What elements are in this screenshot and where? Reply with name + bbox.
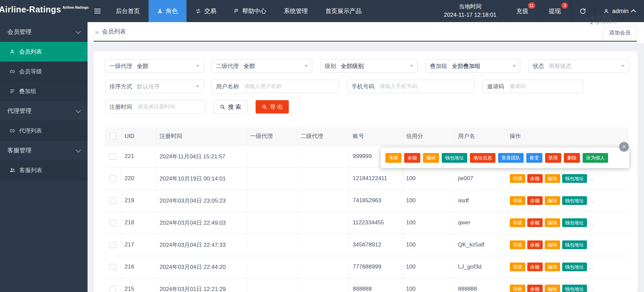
sidebar-item-agent-list[interactable]: 代理列表 — [0, 121, 88, 141]
wallet-address-button[interactable]: 钱包地址 — [562, 174, 587, 183]
filter-label: 叠加组 — [430, 62, 447, 70]
row-checkbox[interactable] — [110, 198, 116, 204]
wallet-address-button[interactable]: 钱包地址 — [562, 285, 587, 292]
cell-uid: 216 — [121, 256, 156, 278]
username-input[interactable] — [244, 83, 335, 90]
sidebar-item-member-list[interactable]: 会员列表 — [0, 42, 88, 62]
more-actions[interactable]: ... — [590, 198, 594, 203]
user-menu[interactable]: admin — [594, 0, 644, 22]
level-button[interactable]: 等级 — [510, 174, 525, 183]
filter-label: 排序方式 — [109, 83, 132, 90]
set-fake-user-button[interactable]: 设为假人 — [583, 153, 608, 163]
level-button[interactable]: 等级 — [385, 153, 401, 163]
menu-item-transactions[interactable]: 交易 — [186, 0, 225, 22]
more-actions[interactable]: ... — [590, 220, 594, 225]
header-agent2: 二级代理 — [297, 127, 349, 145]
invite-code-input[interactable] — [509, 83, 579, 90]
balance-button[interactable]: 余额 — [527, 285, 543, 292]
row-checkbox[interactable] — [110, 286, 116, 292]
menu-item-help-center[interactable]: 帮助中心 — [225, 0, 275, 22]
cell-username: qwer — [454, 212, 506, 234]
breadcrumb-bar: » 会员列表 添加会员 — [88, 22, 644, 43]
balance-button[interactable]: 余额 — [527, 174, 543, 183]
edit-button[interactable]: 编辑 — [545, 196, 560, 205]
disable-button[interactable]: 禁用 — [545, 153, 561, 163]
export-button[interactable]: 导 出 — [256, 100, 289, 114]
menu-item-dashboard[interactable]: 后台首页 — [107, 0, 149, 22]
edit-button[interactable]: 编辑 — [545, 263, 560, 272]
menu-item-home-products[interactable]: 首页展示产品 — [317, 0, 370, 22]
divider-line — [94, 41, 637, 42]
delete-button[interactable]: 删除 — [564, 153, 580, 163]
edit-button[interactable]: 编辑 — [545, 240, 560, 249]
more-actions[interactable]: ... — [590, 264, 594, 270]
filter-stack-group-select[interactable]: 叠加组 全部叠加组 — [426, 59, 520, 73]
filter-row-3: 注册时间 搜 索 导 出 — [105, 100, 289, 114]
select-all-checkbox[interactable] — [110, 133, 116, 139]
cell-agent2 — [297, 190, 349, 212]
menu-item-roles[interactable]: 角色 — [149, 0, 186, 22]
search-button-label: 搜 索 — [228, 103, 241, 111]
account-change-button[interactable]: 账变 — [526, 153, 542, 163]
wallet-address-button[interactable]: 钱包地址 — [562, 196, 587, 205]
register-time-input[interactable] — [137, 103, 201, 110]
filter-status-select[interactable]: 状态 所有状态 — [528, 59, 629, 73]
wallet-address-button[interactable]: 钱包地址 — [562, 240, 587, 249]
chevron-up-icon — [631, 9, 636, 15]
row-checkbox[interactable] — [110, 220, 116, 226]
more-actions[interactable]: ... — [590, 242, 594, 247]
filter-sort-select[interactable]: 排序方式 默认排序 — [105, 80, 204, 93]
row-checkbox[interactable] — [110, 242, 116, 248]
balance-button[interactable]: 余额 — [527, 196, 543, 205]
sidebar-group-service-management[interactable]: 客服管理 — [0, 141, 88, 160]
sidebar-item-stack-group[interactable]: 叠加组 — [0, 81, 88, 101]
sidebar-toggle-icon[interactable] — [88, 0, 107, 22]
level-button[interactable]: 等级 — [510, 285, 525, 292]
edit-button[interactable]: 编辑 — [545, 174, 560, 183]
menu-item-system[interactable]: 系统管理 — [275, 0, 317, 22]
chevron-down-icon — [410, 65, 413, 67]
recharge-link[interactable]: 充值 11 — [506, 0, 538, 22]
more-actions[interactable]: ... — [590, 286, 594, 292]
filter-label: 邀请码 — [487, 83, 504, 90]
row-checkbox[interactable] — [110, 175, 116, 182]
wallet-address-button[interactable]: 钱包地址 — [442, 153, 467, 163]
level-button[interactable]: 等级 — [510, 196, 525, 205]
balance-button[interactable]: 余额 — [527, 240, 543, 249]
edit-button[interactable]: 编辑 — [545, 218, 560, 227]
cell-uid: 219 — [121, 190, 156, 212]
refresh-button[interactable] — [571, 0, 594, 22]
table-row: 217 2024年03月04日 22:47:33 345678912 100 Q… — [105, 234, 629, 256]
balance-button[interactable]: 余额 — [527, 263, 543, 272]
level-button[interactable]: 等级 — [510, 240, 525, 249]
edit-button[interactable]: 编辑 — [423, 153, 439, 163]
filter-agent1-select[interactable]: 一级代理 全部 — [105, 59, 204, 73]
search-button[interactable]: 搜 索 — [213, 100, 248, 114]
username-label: admin — [612, 8, 629, 15]
level-button[interactable]: 等级 — [510, 218, 525, 227]
close-icon[interactable]: × — [619, 142, 629, 152]
row-checkbox[interactable] — [110, 264, 116, 270]
phone-input[interactable] — [379, 83, 470, 90]
more-actions[interactable]: ... — [590, 175, 594, 181]
edit-button[interactable]: 编辑 — [545, 285, 560, 292]
withdraw-link[interactable]: 提现 3 — [538, 0, 571, 22]
add-member-button[interactable]: 添加会员 — [603, 27, 637, 39]
row-checkbox[interactable] — [110, 153, 116, 160]
address-info-button[interactable]: 地址信息 — [470, 153, 495, 163]
filter-agent2-select[interactable]: 二级代理 全部 — [212, 59, 312, 73]
sidebar-item-service-list[interactable]: 客服列表 — [0, 160, 88, 180]
balance-button[interactable]: 余额 — [527, 218, 543, 227]
sidebar-item-member-level[interactable]: 会员等级 — [0, 62, 88, 81]
balance-button[interactable]: 余额 — [404, 153, 420, 163]
cell-credit: 100 — [402, 256, 454, 278]
level-button[interactable]: 等级 — [510, 263, 525, 272]
cell-register-time: 2024年10月19日 00:14:01 — [156, 167, 247, 190]
filter-level-select[interactable]: 级别 全部级别 — [320, 59, 418, 73]
sidebar-group-agent-management[interactable]: 代理管理 — [0, 101, 88, 121]
cell-agent1 — [247, 278, 297, 292]
sidebar-group-member-management[interactable]: 会员管理 — [0, 22, 88, 42]
wallet-address-button[interactable]: 钱包地址 — [562, 263, 587, 272]
wallet-address-button[interactable]: 钱包地址 — [562, 218, 587, 227]
view-team-button[interactable]: 查看团队 — [498, 153, 524, 163]
